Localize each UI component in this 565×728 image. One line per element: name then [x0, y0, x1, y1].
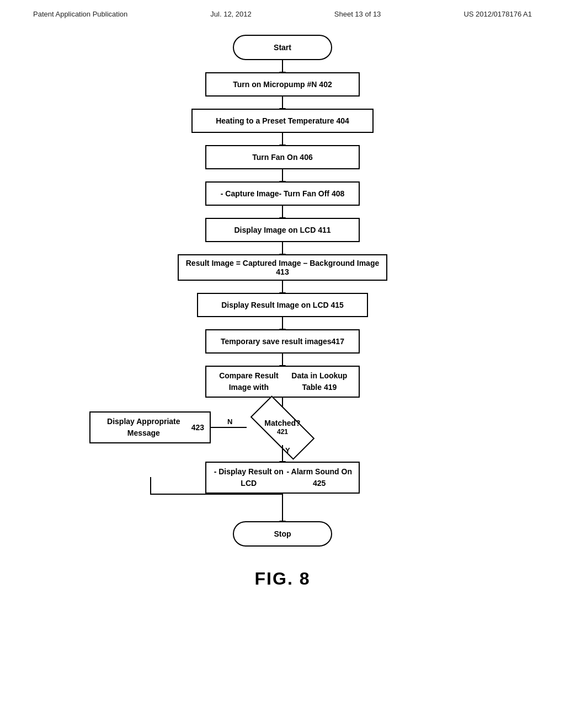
arrow-7 — [282, 281, 283, 293]
arrow-2 — [282, 97, 283, 109]
node-417: Temporary save result images 417 — [205, 329, 360, 354]
node-402: Turn on Micropump #N 402 — [205, 72, 360, 97]
header-date: Jul. 12, 2012 — [210, 10, 251, 18]
arrow-y: Y — [282, 445, 283, 462]
arrow-8 — [282, 317, 283, 329]
flowchart-diagram: Start Turn on Micropump #N 402 Heating t… — [0, 35, 565, 547]
node-matched: Matched? 421 — [247, 410, 318, 445]
figure-label: FIG. 8 — [0, 569, 565, 589]
v-line-from-423 — [150, 477, 151, 494]
node-413: Result Image = Captured Image – Backgrou… — [178, 254, 387, 281]
page-header: Patent Application Publication Jul. 12, … — [0, 0, 565, 18]
diamond-row: Display Appropriate Message 423 N Matche… — [89, 410, 476, 445]
node-stop: Stop — [233, 521, 332, 547]
merge-section — [89, 494, 476, 521]
node-423-wrapper: Display Appropriate Message 423 — [89, 411, 211, 443]
header-sheet: Sheet 13 of 13 — [334, 10, 381, 18]
header-publication: Patent Application Publication — [33, 10, 127, 18]
h-line-from-423 — [150, 494, 282, 495]
node-423: Display Appropriate Message 423 — [89, 411, 211, 443]
arrow-4 — [282, 169, 283, 181]
arrow-9 — [282, 354, 283, 366]
node-start: Start — [233, 35, 332, 60]
node-406: Turn Fan On 406 — [205, 145, 360, 169]
node-415: Display Result Image on LCD 415 — [197, 293, 368, 317]
arrow-6 — [282, 242, 283, 254]
y-label: Y — [285, 446, 290, 454]
node-408: - Capture Image - Turn Fan Off 408 — [205, 181, 360, 206]
node-425: - Display Result on LCD - Alarm Sound On… — [205, 462, 360, 494]
arrow-5 — [282, 206, 283, 218]
decision-section: Display Appropriate Message 423 N Matche… — [89, 410, 476, 521]
arrow-3 — [282, 133, 283, 145]
node-404: Heating to a Preset Temperature 404 — [191, 109, 374, 133]
arrow-1 — [282, 60, 283, 72]
header-patent: US 2012/0178176 A1 — [463, 10, 532, 18]
node-419: Compare Result Image with Data in Lookup… — [205, 366, 360, 398]
n-label: N — [227, 417, 232, 426]
line-from-425 — [282, 494, 283, 521]
node-411: Display Image on LCD 411 — [205, 218, 360, 242]
